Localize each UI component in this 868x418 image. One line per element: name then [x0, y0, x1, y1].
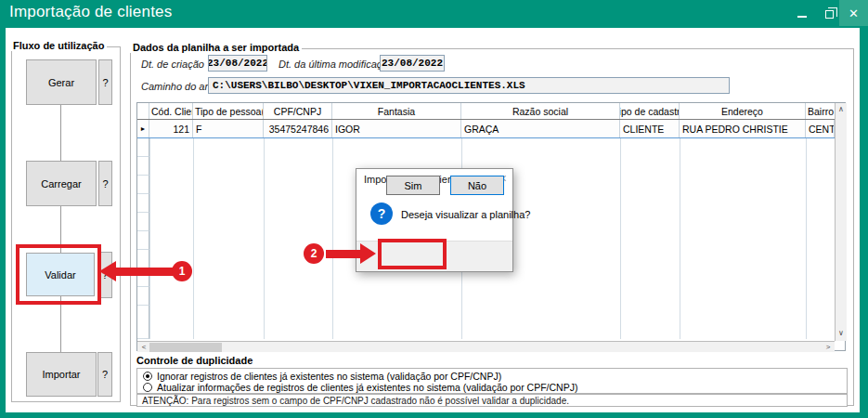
window-border-left	[0, 28, 6, 418]
cell-fantasia[interactable]: IGOR	[332, 120, 461, 137]
cell-cpf-cnpj[interactable]: 35475247846	[264, 120, 332, 137]
grid-column-line	[620, 120, 621, 339]
annotation-arrow-1-shaft	[115, 268, 174, 276]
creation-date-label: Dt. de criação	[141, 59, 204, 70]
question-icon: ?	[370, 202, 393, 225]
grid-header-tipo-cadastro[interactable]: Tipo de cadastro	[620, 103, 680, 119]
grid-indicator-cell	[137, 231, 149, 250]
flow-group-title: Fluxo de utilização	[10, 40, 107, 51]
grid-header-endereco[interactable]: Endereço	[680, 103, 806, 119]
horizontal-scroll-thumb[interactable]	[149, 343, 222, 352]
window-border-bottom	[0, 412, 868, 418]
window-title: Importação de clientes	[9, 3, 172, 21]
cell-cod-cliente[interactable]: 121	[149, 120, 193, 137]
grid-indicator-header	[137, 103, 149, 119]
grid-indicator-cell	[137, 157, 149, 176]
radio-unchecked-icon[interactable]	[143, 383, 152, 392]
cell-razao-social[interactable]: GRAÇA	[461, 120, 620, 137]
grid-header-row: Cód. Cliente Tipo de pessoa(F/J) CPF/CNP…	[137, 103, 835, 120]
minimize-button[interactable]	[789, 0, 815, 26]
sim-button[interactable]: Sim	[386, 176, 440, 195]
carregar-button[interactable]: Carregar	[26, 161, 97, 206]
grid-column-line	[149, 120, 150, 339]
gerar-help-button[interactable]: ?	[98, 59, 112, 105]
table-row[interactable]: ► 121 F 35475247846 IGOR GRAÇA CLIENTE R…	[137, 120, 835, 138]
cell-bairro[interactable]: CENTRO	[806, 120, 835, 137]
restore-icon	[825, 10, 834, 19]
vertical-scrollbar[interactable]: ∧ ∨	[835, 103, 847, 341]
annotation-arrow-2-icon	[360, 243, 376, 264]
grid-indicator-cell	[137, 250, 149, 268]
cell-tipo-cadastro[interactable]: CLIENTE	[620, 120, 680, 137]
flow-connector-line	[60, 82, 61, 375]
duplicity-title: Controle de duplicidade	[136, 355, 253, 366]
scroll-down-icon[interactable]: ∨	[836, 328, 847, 339]
grid-column-line	[193, 120, 194, 339]
row-marker-icon: ►	[137, 120, 149, 137]
annotation-step-1-badge: 1	[172, 261, 192, 281]
horizontal-scrollbar[interactable]: < >	[137, 341, 835, 352]
minimize-icon	[797, 16, 807, 18]
radio-update-existing[interactable]: Atualizar informações de registros de cl…	[143, 382, 577, 393]
window-border-right	[860, 28, 868, 418]
grid-column-line	[680, 120, 680, 339]
grid-header-fantasia[interactable]: Fantasia	[332, 103, 461, 119]
grid-header-cpf-cnpj[interactable]: CPF/CNPJ	[264, 103, 332, 119]
nao-button[interactable]: Não	[450, 176, 504, 195]
scroll-left-icon[interactable]: <	[138, 342, 149, 353]
annotation-rect-validar	[16, 244, 101, 305]
duplicity-panel: Ignorar registros de clientes já existen…	[136, 368, 848, 394]
close-button[interactable]: ✕	[839, 0, 868, 26]
gerar-button[interactable]: Gerar	[26, 59, 97, 105]
carregar-help-button[interactable]: ?	[98, 161, 112, 206]
modified-date-field[interactable]: 23/08/2022	[380, 55, 445, 72]
dialog-message: Deseja visualizar a planilha?	[401, 209, 530, 220]
grid-indicator-cell	[137, 287, 149, 306]
cell-endereco[interactable]: RUA PEDRO CHRISTIE	[680, 120, 806, 137]
creation-date-field[interactable]: 23/08/2022	[208, 55, 267, 72]
grid-header-bairro[interactable]: Bairro	[806, 103, 835, 119]
sheet-group-title: Dados da planilha a ser importada	[130, 42, 302, 53]
restore-button[interactable]	[817, 0, 841, 26]
annotation-step-2-badge: 2	[304, 243, 324, 264]
grid-indicator-cell	[137, 138, 149, 157]
grid-header-tipo-pessoa[interactable]: Tipo de pessoa(F/J)	[193, 103, 264, 119]
annotation-arrow-2-shaft	[326, 250, 360, 258]
modified-date-label: Dt. da última modificação	[279, 59, 394, 70]
radio-ignore-label: Ignorar registros de clientes já existen…	[157, 371, 501, 382]
radio-checked-icon[interactable]	[143, 372, 152, 381]
grid-column-line	[806, 120, 807, 339]
grid-column-line	[332, 120, 333, 339]
grid-header-cod-cliente[interactable]: Cód. Cliente	[149, 103, 193, 119]
cell-tipo-pessoa[interactable]: F	[193, 120, 264, 137]
warning-strip: ATENÇÃO: Para registros sem o campo de C…	[136, 394, 848, 407]
grid-header-razao-social[interactable]: Razão social	[461, 103, 620, 119]
grid-indicator-cell	[137, 320, 149, 339]
radio-ignore-existing[interactable]: Ignorar registros de clientes já existen…	[143, 371, 501, 382]
grid-indicator-cell	[137, 213, 149, 231]
annotation-arrow-1-icon	[99, 261, 116, 281]
title-bar: Importação de clientes ✕	[0, 0, 868, 28]
scroll-right-icon[interactable]: >	[823, 342, 834, 353]
radio-update-label: Atualizar informações de registros de cl…	[157, 382, 577, 393]
importar-button[interactable]: Importar	[26, 352, 97, 397]
scroll-up-icon[interactable]: ∧	[836, 104, 847, 115]
importar-help-button[interactable]: ?	[97, 352, 112, 397]
grid-indicator-cell	[137, 176, 149, 194]
warning-text: ATENÇÃO: Para registros sem o campo de C…	[142, 396, 569, 406]
annotation-rect-sim	[378, 239, 447, 269]
grid-indicator-cell	[137, 194, 149, 213]
grid-column-line	[264, 120, 265, 339]
file-path-field[interactable]: C:\USERS\BILBO\DESKTOP\VIXEN_IMPORTACAOC…	[208, 77, 730, 94]
